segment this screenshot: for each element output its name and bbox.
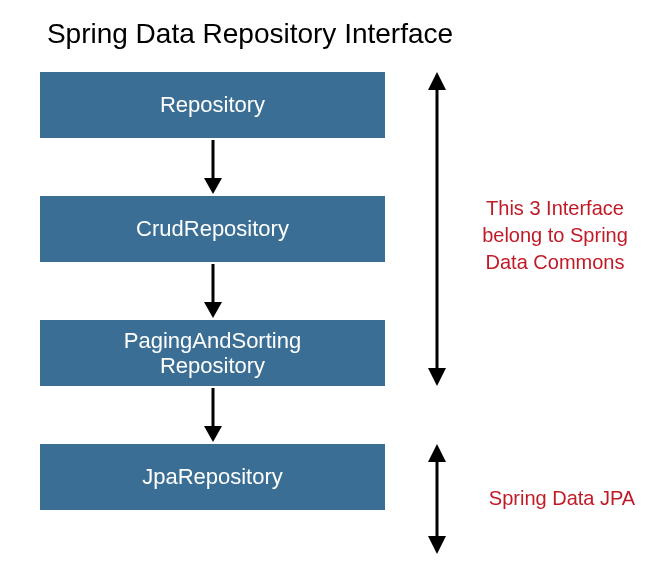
svg-marker-1: [204, 178, 222, 194]
box-crud-repository-label: CrudRepository: [136, 216, 289, 241]
arrow-down-icon: [198, 386, 228, 444]
box-paging-sorting-repository: PagingAndSorting Repository: [40, 320, 385, 386]
box-paging-sorting-label-1: PagingAndSorting: [124, 328, 301, 353]
diagram-title: Spring Data Repository Interface: [40, 0, 460, 58]
bracket-commons-icon: [420, 72, 454, 386]
box-jpa-repository-label: JpaRepository: [142, 464, 283, 489]
annotation-commons-line1: This 3 Interface: [470, 195, 640, 222]
bracket-jpa-icon: [420, 444, 454, 554]
arrow-down-1-wrap: [40, 138, 385, 196]
hierarchy-column: Repository CrudRepository PagingAndSorti…: [40, 72, 385, 510]
box-crud-repository: CrudRepository: [40, 196, 385, 262]
annotation-jpa-label: Spring Data JPA: [489, 487, 635, 509]
annotation-jpa: Spring Data JPA: [482, 485, 642, 512]
arrow-down-2-wrap: [40, 262, 385, 320]
box-paging-sorting-label-2: Repository: [160, 353, 265, 378]
annotation-commons: This 3 Interface belong to Spring Data C…: [470, 195, 640, 276]
svg-marker-10: [428, 444, 446, 462]
box-jpa-repository: JpaRepository: [40, 444, 385, 510]
svg-marker-7: [428, 72, 446, 90]
box-repository-label: Repository: [160, 92, 265, 117]
svg-marker-3: [204, 302, 222, 318]
box-repository: Repository: [40, 72, 385, 138]
svg-marker-5: [204, 426, 222, 442]
annotation-commons-line3: Data Commons: [470, 249, 640, 276]
arrow-down-icon: [198, 138, 228, 196]
annotation-commons-line2: belong to Spring: [470, 222, 640, 249]
svg-marker-8: [428, 368, 446, 386]
arrow-down-icon: [198, 262, 228, 320]
svg-marker-11: [428, 536, 446, 554]
arrow-down-3-wrap: [40, 386, 385, 444]
